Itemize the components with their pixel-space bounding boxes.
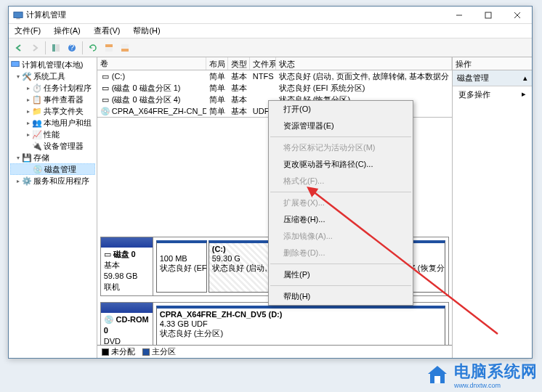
twisty-closed-icon[interactable]: ▸ <box>25 120 32 126</box>
cell: CPRA_X64FRE_ZH-CN_DV5 (D:) <box>112 107 206 115</box>
volume-context-menu[interactable]: 打开(O) 资源管理器(E) 将分区标记为活动分区(M) 更改驱动器号和路径(C… <box>268 100 413 306</box>
chevron-up-icon: ▴ <box>523 73 527 83</box>
svg-rect-16 <box>434 376 440 383</box>
house-icon <box>425 363 450 388</box>
cell: 简单 <box>206 71 228 82</box>
twisty-open-icon[interactable]: ▾ <box>15 73 22 80</box>
col-volume[interactable]: 卷 <box>97 57 206 70</box>
svg-rect-1 <box>16 18 20 19</box>
ctx-properties[interactable]: 属性(P) <box>269 266 413 283</box>
disk-name: 磁盘 0 <box>113 250 136 258</box>
partition-efi[interactable]: 100 MB 状态良好 (EFI <box>156 240 207 293</box>
tree-label: 存储 <box>33 152 49 163</box>
actions-more[interactable]: 更多操作▸ <box>453 86 532 103</box>
event-icon: 📋 <box>32 94 42 105</box>
cell: 简单 <box>206 94 228 105</box>
twisty-closed-icon[interactable]: ▸ <box>15 178 22 184</box>
back-button[interactable] <box>12 41 26 55</box>
legend-label: 未分配 <box>111 347 135 356</box>
close-button[interactable] <box>503 7 532 24</box>
part-size: 59.30 G <box>212 254 240 263</box>
show-hide-tree-button[interactable] <box>49 41 63 55</box>
tree-system-tools[interactable]: ▾🛠️系统工具 <box>10 70 95 82</box>
perf-icon: 📈 <box>32 129 42 139</box>
view-bottom-button[interactable] <box>118 41 132 55</box>
tree-storage[interactable]: ▾💾存储 <box>10 152 95 163</box>
cell: 基本 <box>228 94 250 105</box>
cell: 状态良好 (EFI 系统分区) <box>276 83 452 94</box>
tree-event-viewer[interactable]: ▸📋事件查看器 <box>10 94 95 105</box>
twisty-open-icon[interactable]: ▾ <box>15 155 22 161</box>
volume-row[interactable]: ▭(C:) 简单 基本 NTFS 状态良好 (启动, 页面文件, 故障转储, 基… <box>97 70 452 82</box>
actions-sub-disk-mgmt[interactable]: 磁盘管理▴ <box>453 70 532 86</box>
forward-button[interactable] <box>28 41 42 55</box>
users-icon: 👥 <box>32 118 42 128</box>
tree-task-scheduler[interactable]: ▸⏱️任务计划程序 <box>10 82 95 94</box>
col-filesystem[interactable]: 文件系统 <box>250 57 276 70</box>
help-button[interactable]: ? <box>65 41 79 55</box>
disk-type: DVD <box>104 337 121 345</box>
part-label: (C:) <box>212 245 226 253</box>
menu-help[interactable]: 帮助(H) <box>130 24 163 38</box>
legend-swatch-primary <box>142 348 150 356</box>
tree-local-users[interactable]: ▸👥本地用户和组 <box>10 117 95 128</box>
volume-icon: ▭ <box>100 71 110 81</box>
maximize-button[interactable] <box>474 7 503 24</box>
svg-rect-14 <box>12 62 20 67</box>
tree-services-apps[interactable]: ▸⚙️服务和应用程序 <box>10 175 95 187</box>
tree-disk-management[interactable]: 💿磁盘管理 <box>10 163 95 175</box>
svg-rect-6 <box>52 44 55 52</box>
minimize-button[interactable] <box>445 7 474 24</box>
tree-root[interactable]: 计算机管理(本地) <box>10 59 95 70</box>
cdrom-0-block[interactable]: 💿 CD-ROM 0 DVD 4.33 GB 联机 CPRA_X64FRE_ZH… <box>100 302 449 345</box>
ctx-change-drive-letter[interactable]: 更改驱动器号和路径(C)... <box>269 156 413 173</box>
col-status[interactable]: 状态 <box>276 57 452 70</box>
legend: 未分配 主分区 <box>97 345 452 358</box>
volume-icon: ▭ <box>100 94 110 105</box>
ctx-explorer[interactable]: 资源管理器(E) <box>269 118 413 134</box>
tree-root-label: 计算机管理(本地) <box>22 60 83 70</box>
twisty-closed-icon[interactable]: ▸ <box>25 85 32 91</box>
actions-sub-label: 磁盘管理 <box>457 73 489 83</box>
refresh-button[interactable] <box>86 41 100 55</box>
tree-label: 设备管理器 <box>44 141 84 152</box>
view-top-button[interactable] <box>102 41 116 55</box>
tree-shared-folders[interactable]: ▸📁共享文件夹 <box>10 105 95 117</box>
services-icon: ⚙️ <box>22 176 32 186</box>
console-tree[interactable]: 计算机管理(本地) ▾🛠️系统工具 ▸⏱️任务计划程序 ▸📋事件查看器 ▸📁共享… <box>9 57 97 358</box>
twisty-closed-icon[interactable]: ▸ <box>25 97 32 103</box>
col-type[interactable]: 类型 <box>228 57 250 70</box>
volume-list-header: 卷 布局 类型 文件系统 状态 <box>97 57 452 70</box>
tree-label: 本地用户和组 <box>44 118 92 128</box>
logo-url: www.dnxtw.com <box>454 383 538 389</box>
ctx-extend: 扩展卷(X)... <box>269 195 413 211</box>
tools-icon: 🛠️ <box>22 71 32 81</box>
volume-row[interactable]: ▭(磁盘 0 磁盘分区 1) 简单 基本 状态良好 (EFI 系统分区) <box>97 82 452 94</box>
cell: 基本 <box>228 106 250 117</box>
app-icon <box>13 10 23 20</box>
ctx-shrink[interactable]: 压缩卷(H)... <box>269 211 413 228</box>
twisty-closed-icon[interactable]: ▸ <box>25 108 32 115</box>
tree-label: 系统工具 <box>33 71 65 82</box>
ctx-open[interactable]: 打开(O) <box>269 101 413 118</box>
scheduler-icon: ⏱️ <box>32 83 42 93</box>
disk-0-info: ▭ 磁盘 0 基本 59.98 GB 联机 <box>101 237 153 295</box>
ctx-delete: 删除卷(D)... <box>269 245 413 261</box>
ctx-add-mirror: 添加镜像(A)... <box>269 228 413 245</box>
cell: (磁盘 0 磁盘分区 1) <box>112 83 181 94</box>
titlebar[interactable]: 计算机管理 <box>9 7 532 24</box>
actions-more-label: 更多操作 <box>458 89 490 100</box>
menu-file[interactable]: 文件(F) <box>12 24 44 38</box>
ctx-help[interactable]: 帮助(H) <box>269 288 413 305</box>
device-icon: 🔌 <box>32 141 42 151</box>
menu-action[interactable]: 操作(A) <box>51 24 84 38</box>
menu-view[interactable]: 查看(V) <box>91 24 124 38</box>
folder-icon: 📁 <box>32 106 42 116</box>
cell: 简单 <box>206 106 228 117</box>
part-status: 状态良好 (主分区) <box>160 329 223 338</box>
partition-dvd[interactable]: CPRA_X64FRE_ZH-CN_DV5 (D:) 4.33 GB UDF 状… <box>156 306 445 345</box>
twisty-closed-icon[interactable]: ▸ <box>25 131 32 138</box>
col-layout[interactable]: 布局 <box>206 57 228 70</box>
tree-performance[interactable]: ▸📈性能 <box>10 128 95 140</box>
tree-device-manager[interactable]: 🔌设备管理器 <box>10 140 95 152</box>
